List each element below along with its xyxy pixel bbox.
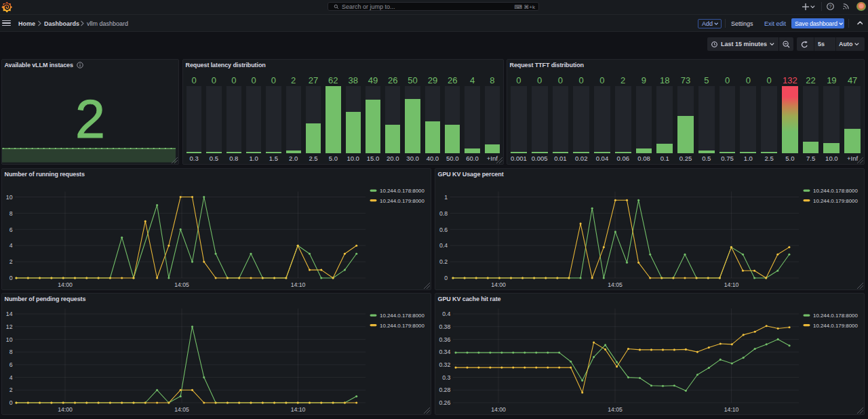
svg-text:0.26: 0.26 [439, 399, 450, 406]
svg-text:10.244.0.178:8000: 10.244.0.178:8000 [380, 188, 425, 194]
svg-text:14:00: 14:00 [58, 281, 73, 288]
svg-text:0.32: 0.32 [439, 361, 450, 368]
svg-text:4: 4 [9, 242, 13, 249]
svg-text:0.4: 0.4 [442, 311, 450, 317]
svg-text:6: 6 [9, 361, 13, 368]
svg-text:14:10: 14:10 [291, 281, 306, 288]
svg-text:14:10: 14:10 [291, 406, 306, 413]
svg-text:0.36: 0.36 [439, 336, 450, 343]
svg-text:14:05: 14:05 [608, 281, 623, 288]
svg-text:12: 12 [6, 323, 13, 330]
svg-text:10.244.0.179:8000: 10.244.0.179:8000 [813, 198, 858, 204]
svg-text:0.4: 0.4 [439, 242, 448, 249]
svg-text:14:00: 14:00 [491, 281, 506, 288]
svg-text:2: 2 [9, 258, 13, 265]
svg-text:0.28: 0.28 [439, 386, 450, 393]
svg-text:10.244.0.178:8000: 10.244.0.178:8000 [380, 313, 425, 319]
svg-text:6: 6 [9, 226, 13, 233]
svg-text:0.3: 0.3 [442, 374, 450, 381]
svg-text:10.244.0.178:8000: 10.244.0.178:8000 [813, 188, 858, 194]
svg-text:14:05: 14:05 [174, 406, 189, 413]
svg-text:4: 4 [9, 374, 13, 381]
svg-text:10.244.0.179:8000: 10.244.0.179:8000 [380, 323, 425, 329]
svg-text:0: 0 [444, 275, 448, 281]
svg-text:1: 1 [444, 194, 448, 201]
svg-text:2: 2 [9, 386, 13, 393]
svg-text:0.6: 0.6 [439, 226, 448, 233]
svg-text:8: 8 [9, 210, 13, 217]
svg-text:0.38: 0.38 [439, 323, 450, 330]
svg-text:10.244.0.179:8000: 10.244.0.179:8000 [380, 198, 425, 204]
svg-text:14:05: 14:05 [174, 281, 189, 288]
svg-text:10: 10 [6, 336, 13, 343]
svg-text:10: 10 [6, 194, 13, 201]
svg-text:10.244.0.178:8000: 10.244.0.178:8000 [813, 313, 858, 319]
svg-text:8: 8 [9, 348, 13, 355]
svg-text:14:00: 14:00 [491, 406, 506, 413]
svg-text:0: 0 [9, 399, 13, 406]
svg-text:14:00: 14:00 [58, 406, 73, 413]
svg-text:14:10: 14:10 [724, 406, 739, 413]
svg-text:0.8: 0.8 [439, 210, 448, 217]
svg-text:10.244.0.179:8000: 10.244.0.179:8000 [813, 323, 858, 329]
svg-text:0.34: 0.34 [439, 348, 450, 355]
svg-text:14:10: 14:10 [724, 281, 739, 288]
svg-text:0: 0 [9, 275, 13, 281]
svg-text:14:05: 14:05 [608, 406, 623, 413]
svg-text:14: 14 [6, 311, 13, 317]
svg-text:0.2: 0.2 [439, 258, 448, 265]
